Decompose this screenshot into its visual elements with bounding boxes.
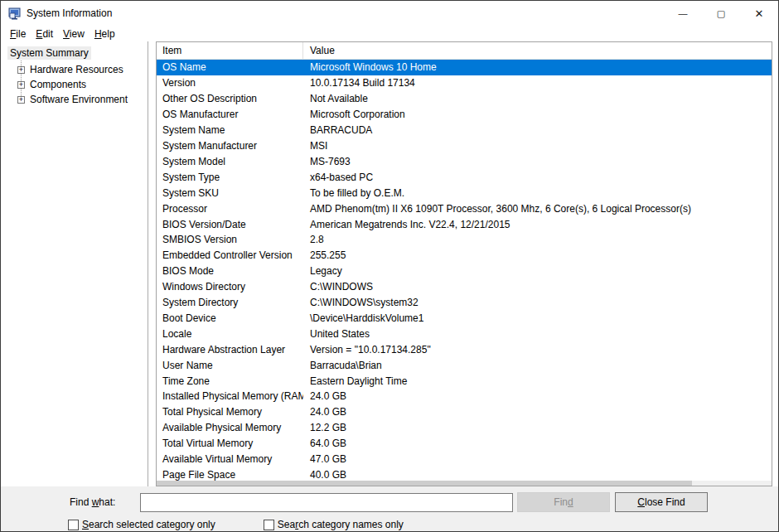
find-what-input[interactable] [140, 493, 513, 512]
sidebar-tree-item[interactable]: + Hardware Resources [1, 62, 148, 77]
table-row[interactable]: Boot Device \Device\HarddiskVolume1 [157, 311, 772, 326]
table-row[interactable]: Processor AMD Phenom(tm) II X6 1090T Pro… [157, 201, 772, 216]
list-rows: OS Name Microsoft Windows 10 Home Versio… [157, 60, 772, 481]
label-part: dit [42, 28, 53, 40]
value-cell: Eastern Daylight Time [303, 375, 772, 387]
table-row[interactable]: Time Zone Eastern Daylight Time [157, 373, 772, 389]
table-row[interactable]: Total Physical Memory 24.0 GB [157, 404, 772, 420]
value-cell: x64-based PC [303, 172, 772, 183]
value-cell: BARRACUDA [303, 124, 772, 136]
item-cell: System SKU [157, 187, 303, 199]
table-row[interactable]: Installed Physical Memory (RAM) 24.0 GB [157, 389, 772, 404]
label-part: V [63, 28, 70, 40]
value-cell: 24.0 GB [303, 406, 772, 418]
value-cell: 12.2 GB [303, 422, 772, 433]
value-cell: 40.0 GB [303, 469, 772, 481]
category-tree-pane: System Summary + Hardware Resources + Co… [1, 41, 148, 486]
table-row[interactable]: System Type x64-based PC [157, 169, 772, 185]
item-cell: System Type [157, 172, 303, 183]
system-information-window: System Information — ▢ ✕ File Edit View … [0, 0, 779, 532]
table-row[interactable]: Other OS Description Not Available [157, 91, 772, 107]
horizontal-scrollbar[interactable] [157, 481, 772, 486]
label-part: Fin [554, 496, 568, 508]
table-row[interactable]: System SKU To be filled by O.E.M. [157, 185, 772, 201]
find-button: Find [517, 492, 610, 512]
column-header-item[interactable]: Item [157, 42, 303, 59]
menu-item[interactable]: Help [90, 27, 120, 41]
value-cell: 64.0 GB [303, 438, 772, 449]
label-part: Find [70, 496, 92, 508]
table-row[interactable]: BIOS Mode Legacy [157, 264, 772, 279]
menu-item[interactable]: Edit [31, 27, 58, 41]
item-cell: Other OS Description [157, 93, 303, 104]
expand-plus-icon[interactable]: + [17, 81, 25, 89]
item-cell: BIOS Version/Date [157, 219, 303, 230]
value-cell: 10.0.17134 Build 17134 [303, 77, 772, 89]
table-row[interactable]: System Model MS-7693 [157, 153, 772, 169]
item-cell: Windows Directory [157, 281, 303, 293]
maximize-button[interactable]: ▢ [702, 1, 740, 26]
table-row[interactable]: Total Virtual Memory 64.0 GB [157, 436, 772, 452]
item-cell: OS Manufacturer [157, 109, 303, 120]
label-part: H [94, 28, 102, 40]
label-part: C [637, 496, 645, 508]
search-category-names-label[interactable]: Search category names only [278, 519, 404, 530]
table-row[interactable]: OS Name Microsoft Windows 10 Home [157, 60, 772, 75]
search-category-names-checkbox[interactable] [264, 520, 274, 530]
value-cell: C:\WINDOWS [303, 281, 772, 293]
window-title: System Information [27, 7, 112, 19]
item-cell: Locale [157, 328, 303, 340]
table-row[interactable]: BIOS Version/Date American Megatrends In… [157, 216, 772, 232]
item-cell: BIOS Mode [157, 265, 303, 277]
label-part: earch selected category only [89, 519, 215, 530]
menu-item[interactable]: View [58, 27, 90, 41]
sidebar-tree-item[interactable]: + Components [1, 77, 148, 92]
find-row: Find what: Find Close Find [1, 492, 778, 512]
table-row[interactable]: Locale United States [157, 326, 772, 341]
table-row[interactable]: Version 10.0.17134 Build 17134 [157, 75, 772, 91]
table-row[interactable]: Page File Space 40.0 GB [157, 467, 772, 481]
expand-plus-icon[interactable]: + [17, 96, 25, 104]
item-cell: Page File Space [157, 469, 303, 481]
find-options-row: Search selected category only Search cat… [1, 519, 778, 530]
close-button[interactable]: ✕ [740, 1, 778, 26]
table-row[interactable]: Hardware Abstraction Layer Version = "10… [157, 341, 772, 357]
label-part: iew [70, 28, 85, 40]
tree-item-system-summary[interactable]: System Summary [7, 46, 91, 60]
expand-plus-icon[interactable]: + [17, 66, 25, 74]
table-row[interactable]: Available Virtual Memory 47.0 GB [157, 452, 772, 467]
item-cell: Boot Device [157, 312, 303, 324]
table-row[interactable]: System Name BARRACUDA [157, 123, 772, 138]
label-part: elp [102, 28, 115, 40]
value-cell: 2.8 [303, 234, 772, 245]
search-selected-category-option: Search selected category only [68, 519, 215, 530]
table-row[interactable]: Embedded Controller Version 255.255 [157, 248, 772, 264]
column-header-value[interactable]: Value [303, 42, 772, 59]
label-part: lose Find [645, 496, 685, 508]
table-row[interactable]: Windows Directory C:\WINDOWS [157, 279, 772, 295]
find-what-label: Find what: [70, 496, 140, 508]
close-find-button[interactable]: Close Find [615, 492, 708, 512]
value-cell: \Device\HarddiskVolume1 [303, 312, 772, 324]
sidebar-tree-item[interactable]: + Software Environment [1, 92, 148, 107]
tree-item-label: Components [30, 79, 86, 90]
search-selected-category-checkbox[interactable] [68, 520, 79, 530]
label-part: d [568, 496, 573, 508]
table-row[interactable]: System Directory C:\WINDOWS\system32 [157, 295, 772, 311]
table-row[interactable]: Available Physical Memory 12.2 GB [157, 420, 772, 436]
table-row[interactable]: System Manufacturer MSI [157, 138, 772, 154]
item-cell: Installed Physical Memory (RAM) [157, 390, 303, 402]
table-row[interactable]: SMBIOS Version 2.8 [157, 232, 772, 248]
label-part: hat: [99, 496, 115, 508]
search-selected-category-label[interactable]: Search selected category only [82, 519, 215, 530]
item-cell: Available Virtual Memory [157, 453, 303, 465]
table-row[interactable]: User Name Barracuda\Brian [157, 357, 772, 373]
minimize-button[interactable]: — [664, 1, 702, 26]
item-cell: Total Physical Memory [157, 406, 303, 418]
item-cell: System Manufacturer [157, 140, 303, 152]
label-part: ch category names only [298, 519, 404, 530]
menu-item[interactable]: File [5, 27, 31, 41]
table-row[interactable]: OS Manufacturer Microsoft Corporation [157, 107, 772, 123]
horizontal-scrollbar-thumb[interactable] [157, 481, 692, 486]
value-cell: To be filled by O.E.M. [303, 187, 772, 199]
